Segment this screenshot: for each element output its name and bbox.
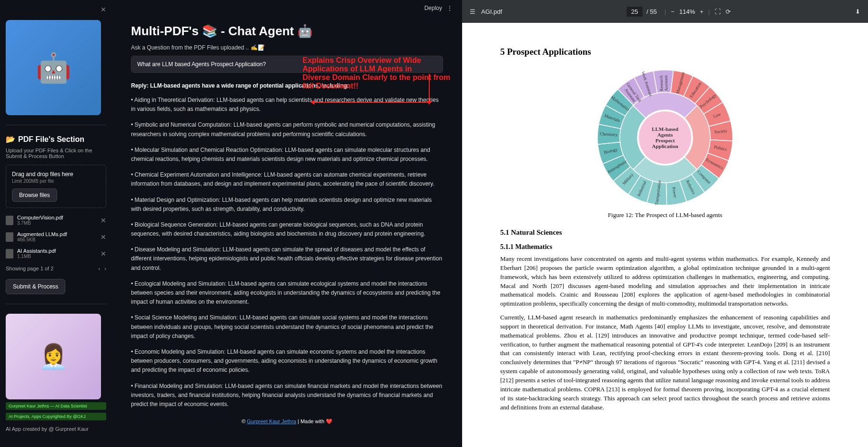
pdf-figure: LLM-based Agents Prospect Application Re… [500, 69, 830, 219]
file-item: AI Assistants.pdf1.1MB✕ [6, 245, 106, 262]
reply-bullet: • Aiding in Theoretical Derivation: LLM-… [131, 96, 443, 114]
section-title: 📂 PDF File's Section [6, 135, 106, 144]
menu-icon[interactable]: ☰ [470, 8, 475, 15]
pdf-heading-3: 5.1.1 Mathematics [500, 243, 830, 251]
reply-bullet: • Social Science Modeling and Simulation… [131, 313, 443, 341]
dropzone-title: Drag and drop files here [12, 171, 100, 178]
reply-bullet: • Chemical Experiment Automation and Int… [131, 170, 443, 189]
divider [6, 125, 106, 125]
page-total: / 55 [646, 8, 657, 15]
remove-file-icon[interactable]: ✕ [101, 233, 106, 241]
file-name: ComputerVision.pdf [17, 215, 97, 220]
hero-image: 🤖 [6, 20, 101, 115]
rotate-icon[interactable]: ⟳ [726, 8, 731, 15]
page-number-input[interactable] [626, 7, 643, 17]
question-input[interactable] [131, 56, 443, 73]
section-desc: Upload your PDF Files & Click on the Sub… [6, 148, 106, 159]
pdf-page[interactable]: 5 Prospect Applications LLM-based Agents… [462, 23, 868, 447]
sunburst-chart: LLM-based Agents Prospect Application Re… [596, 69, 734, 207]
folder-icon: 📂 [6, 135, 15, 144]
figure-caption: Figure 12: The Prospect of LLM-based age… [500, 211, 830, 219]
subtitle: Ask a Question from the PDF Files upload… [131, 44, 443, 51]
remove-file-icon[interactable]: ✕ [101, 217, 106, 224]
reply-bullet: • Economic Modeling and Simulation: LLM-… [131, 348, 443, 375]
reply-bullet: • Biological Sequence Generation: LLM-ba… [131, 220, 443, 238]
submit-button[interactable]: Submit & Process [6, 279, 65, 294]
deploy-button[interactable]: Deploy [424, 5, 442, 11]
pdf-toolbar: ☰ AGI.pdf / 55 | − 114% + | ⛶ ⟳ ⬇ [462, 0, 868, 23]
file-icon [6, 232, 13, 242]
file-name: AI Assistants.pdf [17, 248, 97, 254]
file-size: 1.1MB [17, 254, 97, 259]
reply-bullet: • Molecular Simulation and Chemical Reac… [131, 146, 443, 164]
reply-bullet: • Material Design and Optimization: LLM-… [131, 196, 443, 214]
fit-page-icon[interactable]: ⛶ [715, 8, 721, 15]
kebab-menu-icon[interactable]: ⋮ [447, 5, 453, 11]
credit-link[interactable]: Gurpreet Kaur Jethra [247, 418, 296, 424]
chart-center: LLM-based Agents Prospect Application [639, 111, 691, 164]
file-item: ComputerVision.pdf3.7MB✕ [6, 212, 106, 228]
reply-bullet: • Financial Modeling and Simulation: LLM… [131, 382, 443, 409]
paging-text: Showing page 1 of 2 [6, 266, 53, 271]
file-icon [6, 249, 13, 258]
close-icon[interactable]: ✕ [101, 6, 106, 13]
reply-bullet: • Ecological Modeling and Simulation: LL… [131, 279, 443, 307]
chart-segment-label: Research Assistant [658, 69, 668, 98]
pdf-paragraph: Many recent investigations have concentr… [500, 255, 830, 308]
browse-button[interactable]: Browse files [12, 189, 57, 202]
file-dropzone[interactable]: Drag and drop files here Limit 200MB per… [6, 165, 106, 208]
badge-row: Gurpreet Kaur Jethra — AI Data Scientist [6, 402, 106, 410]
file-name: Augmented LLMs.pdf [17, 231, 97, 237]
file-icon [6, 216, 13, 225]
zoom-level: 114% [679, 8, 695, 15]
main-content: Deploy ⋮ Multi-PDF's 📚 - Chat Agent 🤖 As… [112, 0, 462, 447]
pdf-heading-2: 5.1 Natural Sciences [500, 228, 830, 237]
file-list: ComputerVision.pdf3.7MB✕Augmented LLMs.p… [6, 212, 106, 262]
file-item: Augmented LLMs.pdf466.5KB✕ [6, 228, 106, 245]
badge-row: AI Projects, Apps Copyrighted By @GKJ [6, 413, 106, 420]
profile-image: 👩‍💼 [6, 314, 101, 399]
page-next-icon[interactable]: › [104, 266, 106, 271]
page-prev-icon[interactable]: ‹ [99, 266, 101, 271]
pdf-heading-1: 5 Prospect Applications [500, 47, 830, 57]
file-size: 466.5KB [17, 237, 97, 242]
pdf-filename: AGI.pdf [481, 8, 502, 15]
badge: Gurpreet Kaur Jethra — AI Data Scientist [6, 402, 106, 410]
badge: AI Projects, Apps Copyrighted By @GKJ [6, 413, 106, 420]
page-title: Multi-PDF's 📚 - Chat Agent 🤖 [131, 24, 443, 39]
download-icon[interactable]: ⬇ [855, 8, 860, 15]
footer-credit: © Gurpreet Kaur Jethra | Made with ❤️ [131, 418, 443, 425]
remove-file-icon[interactable]: ✕ [101, 250, 106, 258]
sidebar-footer: AI App created by @ Gurpreet Kaur [6, 426, 106, 432]
reply-bullets: • Aiding in Theoretical Derivation: LLM-… [131, 96, 443, 409]
divider [6, 304, 106, 304]
pdf-viewer: ☰ AGI.pdf / 55 | − 114% + | ⛶ ⟳ ⬇ 5 Pros… [462, 0, 868, 447]
sidebar: ✕ 🤖 📂 PDF File's Section Upload your PDF… [0, 0, 112, 447]
zoom-out-icon[interactable]: − [671, 8, 675, 15]
reply-heading: Reply: LLM-based agents have a wide rang… [131, 82, 443, 89]
reply-bullet: • Disease Modeling and Simulation: LLM-b… [131, 245, 443, 273]
pdf-paragraph: Currently, LLM-based agent research in m… [500, 313, 830, 412]
dropzone-sub: Limit 200MB per file [12, 179, 100, 184]
zoom-in-icon[interactable]: + [700, 8, 704, 15]
section-title-text: PDF File's Section [18, 135, 84, 144]
file-paging: Showing page 1 of 2 ‹ › [6, 266, 106, 271]
file-size: 3.7MB [17, 220, 97, 226]
reply-bullet: • Symbolic and Numerical Computation: LL… [131, 120, 443, 139]
